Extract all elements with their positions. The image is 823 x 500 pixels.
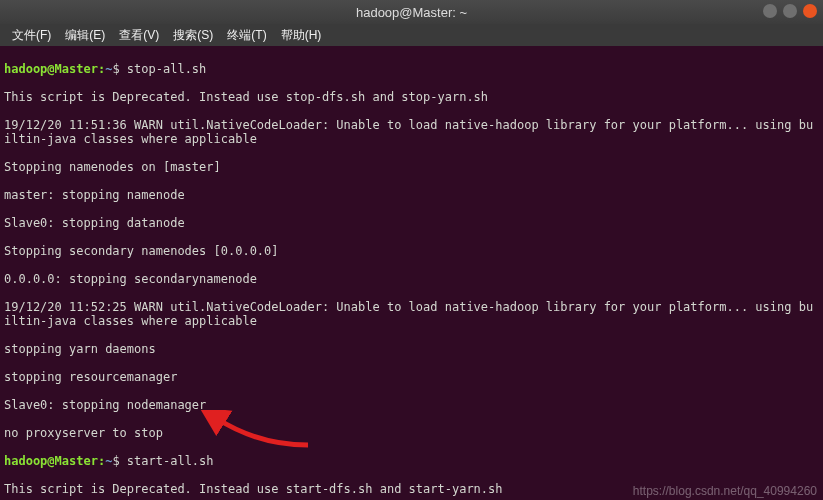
output-line: no proxyserver to stop — [4, 426, 819, 440]
menu-file[interactable]: 文件(F) — [6, 25, 57, 46]
window-controls — [763, 4, 817, 18]
output-line: Stopping namenodes on [master] — [4, 160, 819, 174]
output-line: This script is Deprecated. Instead use s… — [4, 90, 819, 104]
close-button[interactable] — [803, 4, 817, 18]
command-text: start-all.sh — [120, 454, 214, 468]
prompt-line: hadoop@Master:~$ start-all.sh — [4, 454, 819, 468]
prompt-userhost: hadoop@Master — [4, 62, 98, 76]
output-line: master: stopping namenode — [4, 188, 819, 202]
menu-search[interactable]: 搜索(S) — [167, 25, 219, 46]
output-line: Stopping secondary namenodes [0.0.0.0] — [4, 244, 819, 258]
menu-help[interactable]: 帮助(H) — [275, 25, 328, 46]
watermark: https://blog.csdn.net/qq_40994260 — [633, 484, 817, 498]
output-line: stopping resourcemanager — [4, 370, 819, 384]
output-line: 0.0.0.0: stopping secondarynamenode — [4, 272, 819, 286]
menu-terminal[interactable]: 终端(T) — [221, 25, 272, 46]
maximize-button[interactable] — [783, 4, 797, 18]
output-line: 19/12/20 11:52:25 WARN util.NativeCodeLo… — [4, 300, 819, 328]
output-line: 19/12/20 11:51:36 WARN util.NativeCodeLo… — [4, 118, 819, 146]
output-line: Slave0: stopping datanode — [4, 216, 819, 230]
menu-view[interactable]: 查看(V) — [113, 25, 165, 46]
output-line: Slave0: stopping nodemanager — [4, 398, 819, 412]
command-text: stop-all.sh — [120, 62, 207, 76]
prompt-line: hadoop@Master:~$ stop-all.sh — [4, 62, 819, 76]
window-title: hadoop@Master: ~ — [356, 5, 467, 20]
titlebar: hadoop@Master: ~ — [0, 0, 823, 24]
menubar: 文件(F) 编辑(E) 查看(V) 搜索(S) 终端(T) 帮助(H) — [0, 24, 823, 46]
menu-edit[interactable]: 编辑(E) — [59, 25, 111, 46]
minimize-button[interactable] — [763, 4, 777, 18]
terminal-output[interactable]: hadoop@Master:~$ stop-all.sh This script… — [0, 46, 823, 500]
output-line: stopping yarn daemons — [4, 342, 819, 356]
